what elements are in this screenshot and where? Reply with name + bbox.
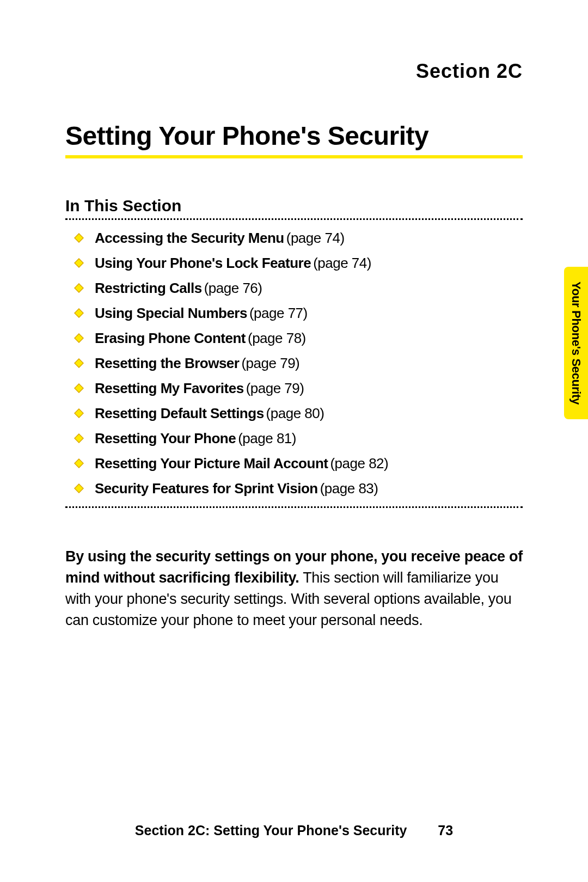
diamond-bullet-icon <box>71 308 87 318</box>
svg-marker-10 <box>75 484 83 493</box>
diamond-bullet-icon <box>71 258 87 268</box>
svg-marker-8 <box>75 434 83 443</box>
toc-item-page: (page 74) <box>313 255 371 271</box>
toc-item: Resetting Your Phone(page 81) <box>71 431 523 445</box>
toc-item: Using Special Numbers(page 77) <box>71 306 523 320</box>
toc-item-page: (page 77) <box>249 305 308 321</box>
toc-item: Resetting Default Settings(page 80) <box>71 406 523 420</box>
page-title: Setting Your Phone's Security <box>65 121 523 158</box>
in-this-section-heading: In This Section <box>65 197 523 215</box>
toc-item: Resetting the Browser(page 79) <box>71 356 523 370</box>
diamond-bullet-icon <box>71 433 87 443</box>
toc-item-title: Using Your Phone's Lock Feature <box>95 255 311 271</box>
divider-dotted-top <box>65 218 523 220</box>
toc-item: Using Your Phone's Lock Feature(page 74) <box>71 256 523 270</box>
toc-item-title: Resetting Your Picture Mail Account <box>95 455 328 471</box>
toc-item-title: Using Special Numbers <box>95 305 247 321</box>
toc-item-title: Accessing the Security Menu <box>95 230 284 246</box>
toc-item-title: Erasing Phone Content <box>95 330 246 346</box>
page-footer: Section 2C: Setting Your Phone's Securit… <box>0 823 588 838</box>
section-label: Section 2C <box>65 60 523 83</box>
svg-marker-6 <box>75 384 83 393</box>
toc-item-title: Resetting the Browser <box>95 355 239 371</box>
toc-item: Security Features for Sprint Vision(page… <box>71 481 523 495</box>
side-tab: Your Phone's Security <box>564 267 588 419</box>
toc-item-page: (page 81) <box>238 430 296 446</box>
footer-title: Section 2C: Setting Your Phone's Securit… <box>135 823 407 838</box>
side-tab-label: Your Phone's Security <box>569 281 583 405</box>
manual-page: Section 2C Setting Your Phone's Security… <box>0 0 588 882</box>
svg-marker-1 <box>75 259 83 267</box>
svg-marker-0 <box>75 234 83 242</box>
toc-item-page: (page 79) <box>241 355 299 371</box>
diamond-bullet-icon <box>71 458 87 468</box>
diamond-bullet-icon <box>71 483 87 493</box>
toc-item-page: (page 76) <box>204 280 262 296</box>
diamond-bullet-icon <box>71 383 87 393</box>
diamond-bullet-icon <box>71 283 87 293</box>
toc-item-title: Security Features for Sprint Vision <box>95 480 318 497</box>
diamond-bullet-icon <box>71 358 87 368</box>
toc-item: Resetting Your Picture Mail Account(page… <box>71 456 523 470</box>
toc-item-page: (page 79) <box>246 380 304 396</box>
diamond-bullet-icon <box>71 408 87 418</box>
svg-marker-7 <box>75 409 83 418</box>
toc-item: Resetting My Favorites(page 79) <box>71 381 523 395</box>
svg-marker-9 <box>75 459 83 468</box>
toc-item-title: Resetting Default Settings <box>95 405 264 421</box>
toc-item-title: Resetting My Favorites <box>95 380 244 396</box>
toc-list: Accessing the Security Menu(page 74) Usi… <box>65 231 523 495</box>
footer-page-number: 73 <box>438 823 453 838</box>
toc-item-page: (page 82) <box>330 455 388 471</box>
toc-item-page: (page 74) <box>286 230 345 246</box>
toc-item-title: Restricting Calls <box>95 280 202 296</box>
divider-dotted-bottom <box>65 506 523 508</box>
toc-item-title: Resetting Your Phone <box>95 430 236 446</box>
diamond-bullet-icon <box>71 233 87 243</box>
svg-marker-3 <box>75 309 83 317</box>
svg-marker-5 <box>75 359 83 367</box>
toc-item-page: (page 78) <box>248 330 306 346</box>
toc-item: Erasing Phone Content(page 78) <box>71 331 523 345</box>
diamond-bullet-icon <box>71 333 87 343</box>
toc-item: Restricting Calls(page 76) <box>71 281 523 295</box>
toc-item: Accessing the Security Menu(page 74) <box>71 231 523 245</box>
toc-item-page: (page 80) <box>266 405 324 421</box>
svg-marker-2 <box>75 284 83 292</box>
toc-item-page: (page 83) <box>320 480 378 497</box>
intro-paragraph: By using the security settings on your p… <box>65 546 523 632</box>
svg-marker-4 <box>75 334 83 342</box>
